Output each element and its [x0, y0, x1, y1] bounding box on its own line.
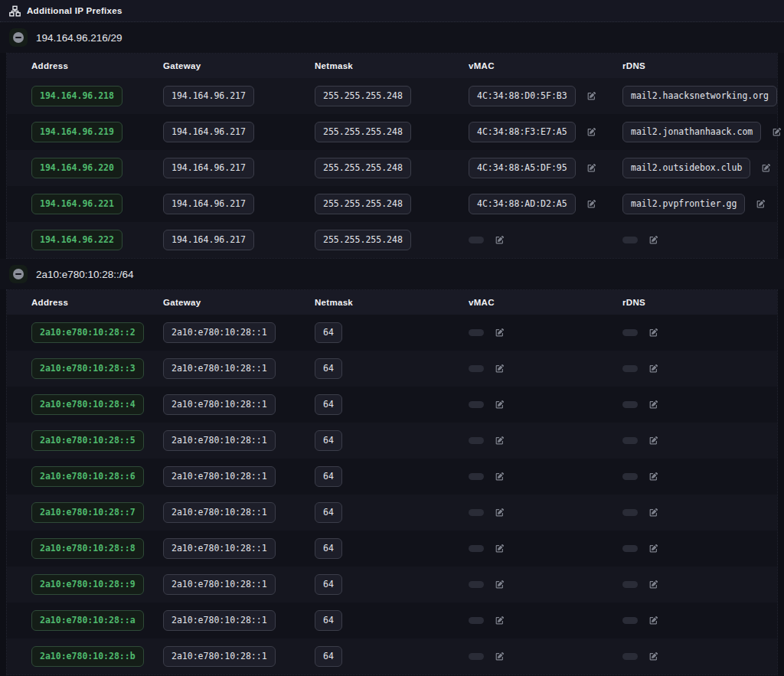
collapse-minus-icon[interactable] [9, 265, 28, 283]
edit-rdns-button[interactable] [648, 436, 658, 446]
gateway-value: 2a10:e780:10:28::1 [163, 394, 276, 414]
gateway-value: 194.164.96.217 [163, 86, 254, 106]
address-value: 194.164.96.221 [31, 194, 122, 214]
ip-row: 2a10:e780:10:28::4 2a10:e780:10:28::1 64 [7, 387, 777, 423]
edit-rdns-button[interactable] [648, 544, 658, 554]
gateway-value: 194.164.96.217 [163, 194, 254, 214]
address-value: 2a10:e780:10:28::5 [31, 430, 144, 450]
column-header-netmask: Netmask [315, 61, 469, 70]
edit-rdns-button[interactable] [648, 364, 658, 374]
netmask-value: 64 [315, 322, 342, 342]
prefix-sections-container: 194.164.96.216/29 Address Gateway Netmas… [0, 22, 784, 675]
empty-rdns-pill [622, 617, 638, 624]
edit-rdns-button[interactable] [761, 163, 771, 173]
gateway-value: 2a10:e780:10:28::1 [163, 502, 276, 522]
vmac-value: 4C:34:88:F3:E7:A5 [469, 122, 576, 142]
address-value: 2a10:e780:10:28::2 [31, 322, 144, 342]
collapse-minus-icon[interactable] [9, 28, 28, 47]
gateway-value: 2a10:e780:10:28::1 [163, 358, 276, 378]
empty-vmac-pill [469, 653, 484, 660]
empty-vmac-pill [469, 329, 484, 336]
rdns-value: mail2.outsidebox.club [622, 158, 750, 178]
edit-vmac-button[interactable] [586, 163, 596, 173]
address-value: 2a10:e780:10:28::b [31, 646, 144, 666]
gateway-value: 2a10:e780:10:28::1 [163, 322, 276, 342]
edit-rdns-button[interactable] [648, 652, 658, 661]
vmac-value: 4C:34:88:AD:D2:A5 [469, 194, 576, 214]
edit-vmac-button[interactable] [495, 652, 505, 661]
empty-vmac-pill [469, 581, 484, 588]
netmask-value: 64 [315, 646, 342, 666]
address-value: 194.164.96.220 [31, 158, 122, 178]
page-title: Additional IP Prefixes [27, 6, 122, 15]
prefix-group-header: 2a10:e780:10:28::/64 [0, 259, 784, 289]
gateway-value: 2a10:e780:10:28::1 [163, 538, 276, 558]
gateway-value: 2a10:e780:10:28::1 [163, 466, 276, 486]
gateway-value: 2a10:e780:10:28::1 [163, 574, 276, 594]
address-value: 194.164.96.218 [31, 86, 122, 106]
edit-vmac-button[interactable] [586, 91, 596, 101]
edit-rdns-button[interactable] [772, 127, 782, 137]
netmask-value: 255.255.255.248 [315, 86, 411, 106]
ip-row: 2a10:e780:10:28::7 2a10:e780:10:28::1 64 [7, 495, 777, 531]
netmask-value: 64 [315, 466, 342, 486]
address-value: 2a10:e780:10:28::9 [31, 574, 144, 594]
ip-row: 2a10:e780:10:28::b 2a10:e780:10:28::1 64 [7, 638, 777, 674]
address-value: 194.164.96.222 [31, 230, 122, 250]
edit-rdns-button[interactable] [648, 508, 658, 518]
edit-rdns-button[interactable] [648, 616, 658, 625]
empty-vmac-pill [469, 617, 484, 624]
column-header-address: Address [31, 298, 163, 307]
netmask-value: 255.255.255.248 [315, 158, 411, 178]
gateway-value: 194.164.96.217 [163, 158, 254, 178]
empty-rdns-pill [622, 237, 638, 243]
gateway-value: 194.164.96.217 [163, 230, 254, 250]
edit-vmac-button[interactable] [495, 472, 505, 482]
edit-rdns-button[interactable] [648, 472, 658, 482]
table-header-row: Address Gateway Netmask vMAC rDNS [7, 54, 777, 78]
edit-vmac-button[interactable] [495, 544, 505, 554]
edit-vmac-button[interactable] [495, 235, 505, 245]
empty-vmac-pill [469, 437, 484, 444]
sitemap-icon [9, 5, 21, 17]
edit-vmac-button[interactable] [495, 328, 505, 338]
address-value: 2a10:e780:10:28::7 [31, 502, 144, 522]
edit-rdns-button[interactable] [648, 580, 658, 589]
rdns-value: mail2.haacksnetworking.org [622, 86, 777, 106]
edit-vmac-button[interactable] [495, 580, 505, 589]
edit-vmac-button[interactable] [495, 400, 505, 410]
minus-circle-icon [13, 32, 24, 43]
netmask-value: 255.255.255.248 [315, 122, 411, 142]
minus-circle-icon [13, 269, 24, 279]
table-body: 2a10:e780:10:28::2 2a10:e780:10:28::1 64 [7, 315, 777, 674]
column-header-rdns: rDNS [622, 298, 777, 307]
edit-vmac-button[interactable] [495, 436, 505, 446]
ip-row: 2a10:e780:10:28::a 2a10:e780:10:28::1 64 [7, 603, 777, 638]
edit-vmac-button[interactable] [495, 616, 505, 625]
empty-rdns-pill [622, 401, 638, 408]
netmask-value: 64 [315, 538, 342, 558]
ip-row: 2a10:e780:10:28::9 2a10:e780:10:28::1 64 [7, 567, 777, 603]
edit-vmac-button[interactable] [495, 364, 505, 374]
empty-vmac-pill [469, 473, 484, 480]
netmask-value: 64 [315, 502, 342, 522]
ip-table: Address Gateway Netmask vMAC rDNS 2a10:e… [6, 289, 778, 675]
gateway-value: 2a10:e780:10:28::1 [163, 430, 276, 450]
edit-rdns-button[interactable] [648, 328, 658, 338]
netmask-value: 255.255.255.248 [315, 194, 411, 214]
empty-rdns-pill [622, 329, 638, 336]
edit-vmac-button[interactable] [495, 508, 505, 518]
empty-rdns-pill [622, 437, 638, 444]
empty-rdns-pill [622, 653, 638, 660]
ip-row: 194.164.96.220 194.164.96.217 255.255.25… [7, 150, 777, 186]
empty-rdns-pill [622, 545, 638, 552]
empty-vmac-pill [469, 401, 484, 408]
edit-rdns-button[interactable] [756, 199, 766, 209]
gateway-value: 2a10:e780:10:28::1 [163, 646, 276, 666]
column-header-vmac: vMAC [469, 61, 622, 70]
edit-vmac-button[interactable] [586, 199, 596, 209]
edit-rdns-button[interactable] [648, 235, 658, 245]
edit-vmac-button[interactable] [586, 127, 596, 137]
edit-rdns-button[interactable] [648, 400, 658, 410]
empty-vmac-pill [469, 545, 484, 552]
